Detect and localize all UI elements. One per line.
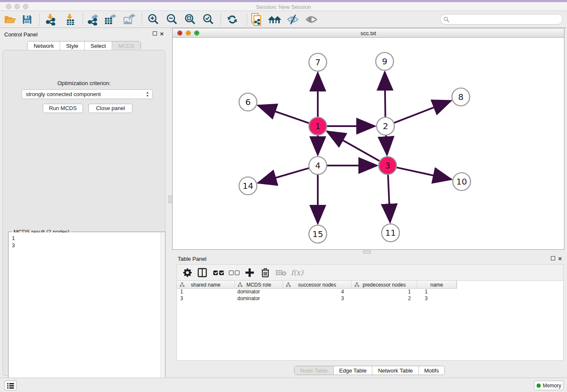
- network-view-window: x − + scc.txt 7968124314101511: [172, 28, 564, 250]
- table-settings-button[interactable]: [181, 266, 194, 279]
- node-label: 1: [315, 121, 321, 131]
- node-15[interactable]: 15: [309, 225, 327, 243]
- float-panel-icon[interactable]: [153, 31, 157, 36]
- cell-shared-name[interactable]: 1: [177, 289, 235, 295]
- save-session-button[interactable]: [20, 13, 34, 26]
- tab-style[interactable]: Style: [60, 41, 84, 50]
- unchecked-box-icon: [235, 271, 239, 275]
- add-column-button[interactable]: [243, 266, 256, 279]
- cell-MCDS-role[interactable]: dominator: [235, 295, 283, 302]
- node-14[interactable]: 14: [239, 177, 257, 195]
- task-history-button[interactable]: [4, 381, 17, 390]
- horizontal-splitter-grip[interactable]: [363, 250, 371, 254]
- import-network-button[interactable]: [44, 13, 58, 26]
- table-row[interactable]: 1dominator411: [177, 289, 563, 295]
- result-scrollbar[interactable]: [160, 232, 165, 392]
- hide-selected-button[interactable]: [286, 13, 300, 26]
- control-panel: Control Panel × NetworkStyleSelectMCDS O…: [0, 28, 168, 378]
- tab-edge-table[interactable]: Edge Table: [333, 366, 372, 375]
- cell-name[interactable]: 1: [417, 289, 457, 295]
- node-3[interactable]: 3: [379, 157, 396, 174]
- node-2[interactable]: 2: [377, 117, 394, 135]
- save-disk-icon: [22, 14, 32, 25]
- show-hidden-button[interactable]: [305, 13, 318, 26]
- zoom-fit-button[interactable]: [183, 13, 197, 26]
- refresh-layout-button[interactable]: [226, 13, 239, 26]
- node-11[interactable]: 11: [382, 224, 399, 242]
- network-canvas[interactable]: 7968124314101511: [173, 38, 564, 250]
- tab-node-table[interactable]: Node Table: [295, 366, 333, 375]
- export-network-button[interactable]: [86, 13, 99, 26]
- float-table-panel-icon[interactable]: [551, 256, 555, 260]
- tab-select[interactable]: Select: [84, 41, 112, 50]
- tab-network-table[interactable]: Network Table: [372, 366, 418, 375]
- node-label: 10: [456, 177, 467, 187]
- zoom-in-icon: [147, 14, 159, 25]
- cell-MCDS-role[interactable]: dominator: [235, 289, 283, 295]
- edge-3-10[interactable]: [396, 168, 451, 179]
- edge-4-14[interactable]: [258, 168, 309, 183]
- cell-successor-nodes[interactable]: 3: [283, 295, 352, 302]
- duplicate-network-button[interactable]: [250, 13, 263, 26]
- open-session-button[interactable]: [3, 13, 17, 26]
- node-8[interactable]: 8: [452, 88, 470, 106]
- edge-1-6[interactable]: [258, 105, 309, 123]
- cell-name[interactable]: 3: [417, 295, 457, 302]
- node-1[interactable]: 1: [309, 117, 327, 135]
- edge-3-11[interactable]: [388, 175, 390, 222]
- tab-network[interactable]: Network: [28, 41, 60, 50]
- tab-mcds[interactable]: MCDS: [112, 41, 140, 50]
- cell-shared-name[interactable]: 3: [177, 295, 235, 302]
- memory-status-icon: [537, 384, 541, 388]
- table-row[interactable]: 3dominator323: [177, 295, 563, 302]
- network-window-titlebar[interactable]: x − + scc.txt: [173, 28, 564, 38]
- column-layout-button[interactable]: [195, 266, 209, 279]
- zoom-in-button[interactable]: [146, 13, 160, 26]
- delete-column-button[interactable]: [259, 266, 272, 279]
- zoom-selected-button[interactable]: [201, 13, 215, 26]
- mcds-result-group: MCDS result (2 nodes) 1 3: [8, 232, 165, 392]
- cell-predecessor-nodes[interactable]: 1: [352, 289, 417, 295]
- node-table: shared nameMCDS rolesuccessor nodesprede…: [176, 280, 564, 361]
- vertical-splitter-grip[interactable]: [168, 196, 172, 203]
- optimization-criterion-label: Optimization criterion:: [3, 80, 165, 86]
- column-header-name[interactable]: name: [417, 281, 457, 289]
- node-label: 15: [312, 229, 323, 239]
- zoom-fit-icon: [184, 14, 196, 25]
- node-6[interactable]: 6: [239, 93, 257, 111]
- export-table-button[interactable]: [104, 13, 117, 26]
- column-header-successor-nodes[interactable]: successor nodes: [283, 281, 352, 289]
- function-builder-button-disabled: f(x): [290, 266, 304, 279]
- edge-2-9[interactable]: [385, 72, 385, 117]
- edge-3-1[interactable]: [327, 131, 380, 161]
- run-mcds-button[interactable]: Run MCDS: [43, 104, 83, 113]
- tab-motifs[interactable]: Motifs: [418, 366, 445, 375]
- cell-successor-nodes[interactable]: 4: [283, 289, 352, 295]
- deselect-all-button[interactable]: [227, 266, 241, 279]
- edge-2-3[interactable]: [386, 135, 387, 155]
- memory-button[interactable]: Memory: [534, 381, 564, 390]
- search-input[interactable]: [451, 15, 559, 23]
- criterion-select[interactable]: strongly connected component ▲▼: [22, 89, 153, 99]
- column-header-shared-name[interactable]: shared name: [177, 281, 235, 289]
- mcds-result-textarea[interactable]: 1 3: [9, 232, 165, 392]
- node-4[interactable]: 4: [309, 157, 327, 174]
- import-table-button[interactable]: [63, 13, 77, 26]
- zoom-out-button[interactable]: [165, 13, 179, 26]
- select-all-button[interactable]: [212, 266, 225, 279]
- vertical-splitter[interactable]: [168, 28, 172, 378]
- edge-2-8[interactable]: [394, 101, 451, 123]
- cell-predecessor-nodes[interactable]: 2: [352, 295, 417, 302]
- column-header-predecessor-nodes[interactable]: predecessor nodes: [352, 281, 417, 289]
- close-table-panel-icon[interactable]: ×: [558, 256, 562, 261]
- titlebar: Session: New Session: [0, 2, 567, 11]
- column-header-MCDS-role[interactable]: MCDS role: [235, 281, 283, 289]
- export-image-button[interactable]: [122, 13, 136, 26]
- node-7[interactable]: 7: [309, 53, 327, 71]
- close-panel-button[interactable]: Close panel: [88, 104, 132, 113]
- close-panel-icon[interactable]: ×: [160, 31, 164, 36]
- horizontal-splitter[interactable]: [172, 250, 567, 254]
- first-neighbors-button[interactable]: [268, 13, 281, 26]
- node-9[interactable]: 9: [376, 52, 394, 70]
- node-10[interactable]: 10: [453, 173, 471, 190]
